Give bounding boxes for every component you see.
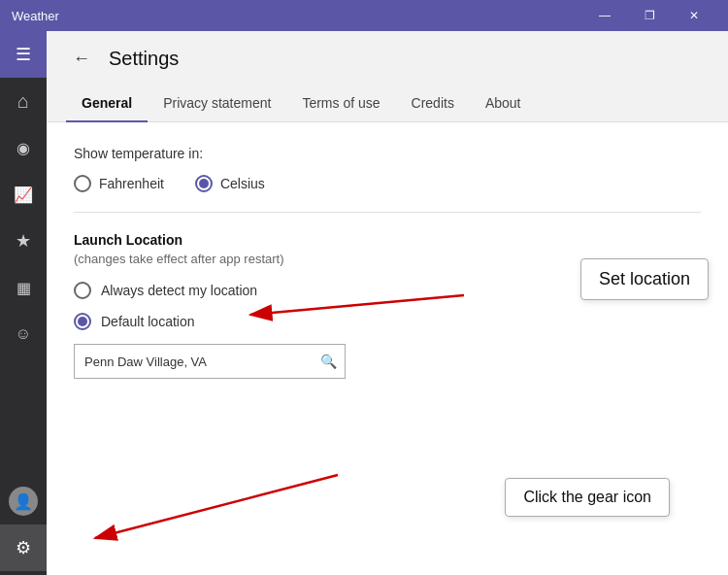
sidebar-item-chart[interactable]: 📈 [0, 171, 47, 218]
location-subtext: (changes take effect after app restart) [74, 252, 701, 266]
close-button[interactable]: ✕ [672, 0, 716, 31]
detect-location-option[interactable]: Always detect my location [74, 282, 701, 299]
settings-content: Show temperature in: Fahrenheit Celsius [47, 122, 728, 575]
fahrenheit-option[interactable]: Fahrenheit [74, 175, 164, 192]
tab-privacy[interactable]: Privacy statement [148, 85, 286, 122]
click-gear-callout: Click the gear icon [505, 478, 670, 517]
hamburger-icon: ☰ [16, 44, 31, 65]
page-title: Settings [109, 48, 179, 70]
location-search-button[interactable]: 🔍 [312, 345, 345, 378]
default-location-label: Default location [101, 314, 195, 329]
sidebar-item-favorites[interactable]: ★ [0, 218, 47, 264]
sidebar-item-news[interactable]: ◉ [0, 124, 47, 171]
back-button[interactable]: ← [66, 43, 97, 74]
title-bar: Weather — ❐ ✕ [0, 0, 728, 31]
fahrenheit-radio[interactable] [74, 175, 91, 192]
minimize-button[interactable]: — [582, 0, 627, 31]
detect-location-label: Always detect my location [101, 283, 257, 298]
news-icon: ◉ [17, 139, 30, 157]
maximize-button[interactable]: ❐ [627, 0, 672, 31]
fahrenheit-label: Fahrenheit [99, 176, 164, 191]
chart-icon: 📈 [14, 186, 33, 204]
sidebar-item-hamburger[interactable]: ☰ [0, 31, 47, 78]
tab-credits[interactable]: Credits [396, 85, 470, 122]
default-location-radio[interactable] [74, 313, 91, 330]
sidebar-bottom: 👤 ⚙ [0, 478, 47, 575]
sidebar-item-lifestyle[interactable]: ☺ [0, 311, 47, 357]
lifestyle-icon: ☺ [16, 325, 31, 343]
title-bar-controls: — ❐ ✕ [582, 0, 716, 31]
default-location-option[interactable]: Default location [74, 313, 701, 330]
location-radio-group: Always detect my location Default locati… [74, 282, 701, 330]
title-bar-left: Weather [12, 9, 59, 23]
celsius-option[interactable]: Celsius [195, 175, 265, 192]
sidebar-item-home[interactable]: ⌂ [0, 78, 47, 124]
location-input-wrap: 🔍 [74, 344, 346, 379]
temperature-label: Show temperature in: [74, 146, 701, 161]
tab-general[interactable]: General [66, 85, 148, 122]
default-location-radio-dot [78, 317, 87, 326]
star-icon: ★ [16, 230, 31, 252]
gear-icon[interactable]: ⚙ [16, 537, 31, 558]
settings-header: ← Settings [47, 31, 728, 85]
app-title: Weather [12, 9, 59, 23]
sidebar-item-settings[interactable]: ⚙ [0, 524, 47, 571]
location-input[interactable] [75, 348, 312, 376]
main-area: ☰ ⌂ ◉ 📈 ★ ▦ ☺ [0, 31, 728, 575]
temperature-radio-group: Fahrenheit Celsius [74, 175, 701, 192]
tab-about[interactable]: About [470, 85, 537, 122]
tabs-bar: General Privacy statement Terms of use C… [47, 85, 728, 122]
app-window: Weather — ❐ ✕ ☰ ⌂ ◉ 📈 ★ [0, 0, 728, 575]
sidebar: ☰ ⌂ ◉ 📈 ★ ▦ ☺ [0, 31, 47, 575]
divider-1 [74, 212, 701, 213]
svg-line-3 [95, 475, 338, 538]
celsius-label: Celsius [220, 176, 265, 191]
calendar-icon: ▦ [17, 279, 31, 297]
celsius-radio-dot [199, 179, 209, 188]
search-icon: 🔍 [320, 354, 337, 369]
sidebar-item-calendar[interactable]: ▦ [0, 264, 47, 311]
sidebar-item-account[interactable]: 👤 [0, 478, 47, 524]
home-icon: ⌂ [17, 90, 29, 113]
content-area: ← Settings General Privacy statement Ter… [47, 31, 728, 575]
location-heading: Launch Location [74, 232, 701, 248]
detect-location-radio[interactable] [74, 282, 91, 299]
tab-terms[interactable]: Terms of use [286, 85, 395, 122]
avatar: 👤 [9, 487, 38, 516]
celsius-radio[interactable] [195, 175, 213, 192]
